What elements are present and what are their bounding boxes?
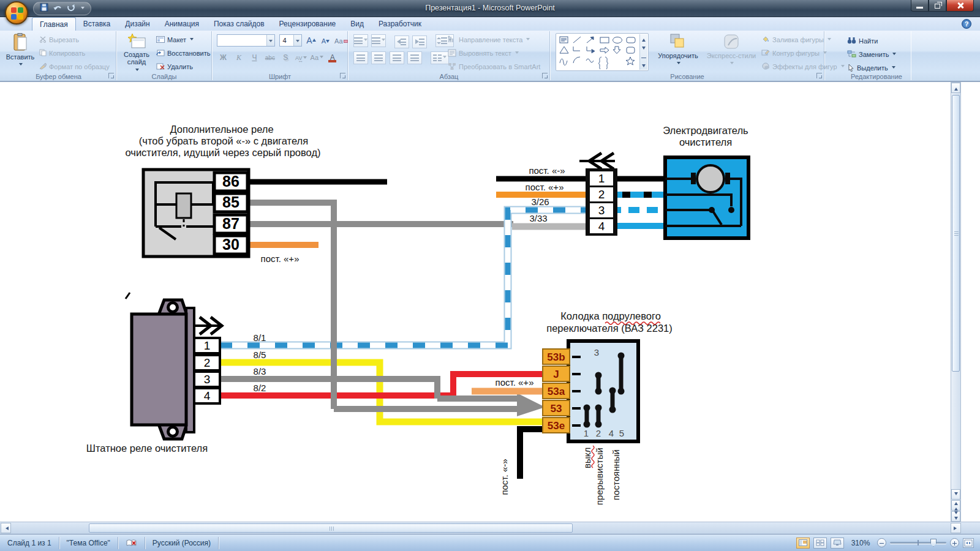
underline-button[interactable]: Ч <box>248 51 261 64</box>
next-slide-button[interactable] <box>951 511 960 522</box>
font-name-combo[interactable] <box>217 34 275 47</box>
strikethrough-button[interactable]: abc <box>263 52 276 64</box>
bullets-button[interactable] <box>353 34 368 47</box>
align-text-button[interactable]: Выровнять текст <box>448 47 519 59</box>
slide-canvas[interactable]: Дополнительное реле (чтоб убрать второй … <box>0 81 980 522</box>
drawing-dialog-launcher[interactable] <box>816 73 822 78</box>
zoom-slider-thumb[interactable] <box>930 539 937 547</box>
switch-block: 53b J 53a 53 53e 3 <box>543 341 638 505</box>
change-case-button[interactable]: Аа <box>311 51 323 64</box>
delete-slide-button[interactable]: Удалить <box>156 61 193 73</box>
tab-animation[interactable]: Анимация <box>157 17 206 31</box>
normal-view-button[interactable] <box>796 538 810 549</box>
scroll-right-button[interactable] <box>951 523 961 533</box>
paste-button[interactable]: Вставить <box>5 33 36 69</box>
zoom-in-button[interactable] <box>950 538 959 547</box>
new-slide-button[interactable]: Создать слайд <box>121 33 153 74</box>
align-center-button[interactable] <box>371 51 386 64</box>
slideshow-view-button[interactable] <box>831 538 844 549</box>
convert-smartart-button[interactable]: Преобразовать в SmartArt <box>448 61 540 73</box>
shapes-gallery[interactable] <box>556 33 649 71</box>
vertical-scrollbar[interactable] <box>951 82 961 522</box>
bold-button[interactable]: Ж <box>217 51 230 64</box>
office-button[interactable] <box>5 1 28 24</box>
replace-button[interactable]: Заменить <box>847 48 896 61</box>
shape-outline-button[interactable]: Контур фигуры <box>761 47 827 59</box>
tab-design[interactable]: Дизайн <box>118 17 157 31</box>
label-post-minus: пост. «-» <box>529 165 565 176</box>
add-relay-title: Дополнительное реле <box>170 124 273 135</box>
slide-sorter-view-button[interactable] <box>813 538 827 549</box>
horizontal-scroll-thumb[interactable] <box>89 523 573 533</box>
numbering-button[interactable] <box>371 34 386 47</box>
scissors-icon <box>39 36 47 44</box>
horizontal-scrollbar[interactable] <box>0 522 980 534</box>
decrease-indent-button[interactable] <box>394 36 409 48</box>
paragraph-dialog-launcher[interactable] <box>542 73 548 78</box>
clear-formatting-button[interactable]: Аа <box>334 35 349 47</box>
copy-button[interactable]: Копировать <box>39 47 85 59</box>
zoom-out-button[interactable] <box>877 538 886 547</box>
arrange-button[interactable]: Упорядочить <box>654 33 703 67</box>
help-button[interactable]: ? <box>962 19 971 29</box>
svg-text:2: 2 <box>204 356 211 369</box>
motor-title: Электродвигатель <box>663 125 748 136</box>
svg-text:5: 5 <box>619 428 624 438</box>
font-color-swatch <box>328 60 336 62</box>
group-font: 4 А А Аа Ж К Ч abc S AV Аа А Шрифт <box>213 31 348 80</box>
format-painter-button[interactable]: Формат по образцу <box>39 61 110 73</box>
shapes-scroll[interactable] <box>639 34 647 70</box>
tab-view[interactable]: Вид <box>343 17 371 31</box>
font-color-button[interactable]: А <box>326 53 339 65</box>
zoom-level[interactable]: 310% <box>848 539 873 547</box>
previous-slide-button[interactable] <box>951 500 960 511</box>
reset-button[interactable]: Восстановить <box>156 47 210 59</box>
spellcheck-status[interactable] <box>118 537 145 549</box>
close-button[interactable] <box>946 0 974 12</box>
shrink-font-button[interactable]: А <box>320 35 331 47</box>
scroll-down-button[interactable] <box>951 489 960 500</box>
theme-name[interactable]: "Тема Office" <box>59 537 118 549</box>
align-right-button[interactable] <box>390 51 404 64</box>
zoom-slider[interactable] <box>890 538 946 547</box>
powerpoint-window: Презентация1 - Microsoft PowerPoint Глав… <box>0 0 980 551</box>
switch-title: Колодка подрулевого <box>560 310 661 321</box>
justify-button[interactable] <box>407 51 422 64</box>
italic-button[interactable]: К <box>232 52 245 64</box>
shadow-button[interactable]: S <box>279 51 292 64</box>
tab-review[interactable]: Рецензирование <box>272 17 344 31</box>
text-direction-button[interactable]: Направление текста <box>448 34 530 46</box>
minimize-button[interactable] <box>911 0 929 12</box>
grow-font-button[interactable]: А <box>305 34 317 47</box>
stock-relay-terminals: 1 2 3 4 <box>194 338 220 403</box>
scroll-up-button[interactable] <box>951 83 960 93</box>
shapes-grid-icon <box>558 35 638 69</box>
clipboard-dialog-launcher[interactable] <box>108 73 114 78</box>
shape-effects-button[interactable]: Эффекты для фигур <box>761 61 845 73</box>
increase-indent-button[interactable] <box>412 36 427 48</box>
find-button[interactable]: Найти <box>847 35 878 47</box>
align-left-button[interactable] <box>353 51 368 64</box>
fit-to-window-button[interactable] <box>963 538 974 548</box>
font-dialog-launcher[interactable] <box>340 73 345 78</box>
select-button[interactable]: Выделить <box>847 62 895 74</box>
character-spacing-button[interactable]: AV <box>295 52 307 64</box>
tab-slideshow[interactable]: Показ слайдов <box>206 17 272 31</box>
language-indicator[interactable]: Русский (Россия) <box>145 537 219 549</box>
label-8-2: 8/2 <box>254 383 266 393</box>
pencil-square-icon <box>761 49 770 58</box>
tab-developer[interactable]: Разработчик <box>371 17 429 31</box>
label-post-plus: пост. «+» <box>526 182 564 192</box>
cut-button[interactable]: Вырезать <box>39 34 79 46</box>
tab-insert[interactable]: Вставка <box>76 17 118 31</box>
vertical-scroll-thumb[interactable] <box>952 95 960 372</box>
font-size-combo[interactable]: 4 <box>279 34 302 47</box>
restore-button[interactable] <box>929 0 946 12</box>
columns-button[interactable] <box>431 51 449 64</box>
shape-fill-button[interactable]: Заливка фигуры <box>761 34 831 46</box>
scroll-left-button[interactable] <box>1 523 11 533</box>
tab-home[interactable]: Главная <box>32 17 76 31</box>
layout-button[interactable]: Макет <box>156 34 194 46</box>
quick-styles-button[interactable]: Экспресс-стили <box>705 33 758 67</box>
mode-intermittent-label: прерывистый <box>594 448 605 505</box>
